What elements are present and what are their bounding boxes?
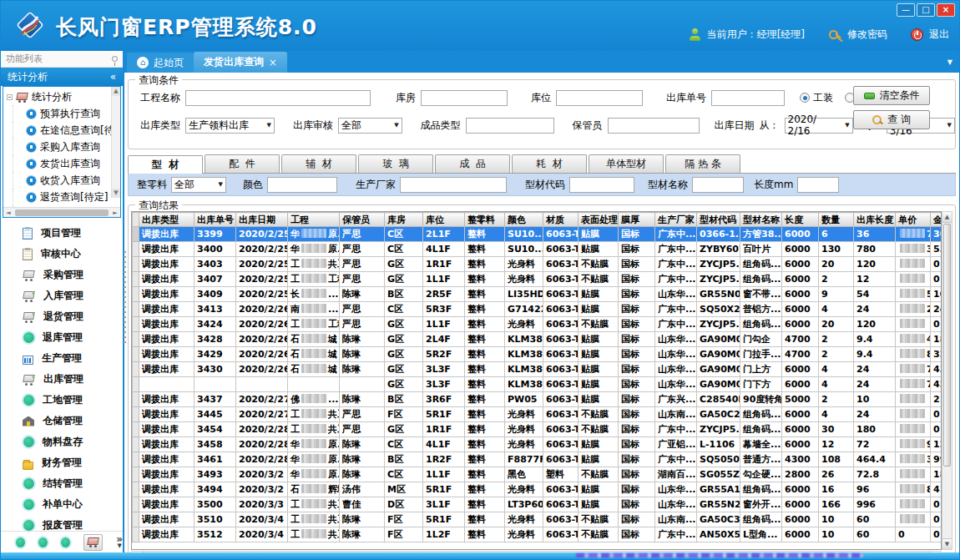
scroll-down-icon[interactable]: ▼	[112, 189, 120, 198]
location-input[interactable]	[556, 90, 643, 106]
material-tab[interactable]: 型 材	[128, 155, 203, 174]
search-button[interactable]: 查 询	[853, 110, 930, 129]
column-header[interactable]: 出库类型	[139, 213, 195, 227]
scrollbar-thumb[interactable]	[15, 209, 109, 216]
column-header[interactable]: 出库单号	[195, 213, 236, 227]
sidebar-item-补单中心[interactable]: 补单中心	[1, 494, 123, 515]
tree-item[interactable]: 预算执行查询	[13, 105, 120, 122]
table-row[interactable]: 调拨出库34132020/2/26南...严思C区5R3F整料G71422606…	[133, 302, 942, 317]
scroll-left-icon[interactable]: ◄	[3, 209, 13, 216]
product-type-input[interactable]	[466, 118, 554, 134]
sidebar-item-财务管理[interactable]: 财务管理	[1, 452, 123, 473]
sidebar-item-入库管理[interactable]: 入库管理	[1, 285, 123, 306]
collapse-icon[interactable]: «	[110, 71, 116, 83]
material-tab[interactable]: 耗 材	[512, 154, 587, 173]
tab-outbound-query[interactable]: 发货出库查询 ×	[194, 52, 287, 73]
table-row[interactable]: G区3L3F整料KLM38176063-T5贴膜国标山东华...GA90M09.…	[133, 377, 942, 392]
splitter-grip[interactable]	[124, 251, 126, 343]
column-header[interactable]: 出库日期	[236, 213, 288, 227]
manufacturer-input[interactable]	[400, 177, 507, 193]
tree-item[interactable]: 收货入库查询	[13, 172, 120, 189]
sidebar-item-物料盘存[interactable]: 物料盘存	[1, 431, 123, 452]
table-row[interactable]: 调拨出库35102020/3/4工共工程陈琳F区5R1F整料光身料6063-T5…	[133, 512, 942, 527]
table-row[interactable]: 调拨出库34302020/2/26石城陈琳G区3L3F整料KLM38176063…	[133, 362, 942, 377]
logout-link[interactable]: 退出	[929, 28, 949, 42]
color-input[interactable]	[267, 177, 337, 193]
table-row[interactable]: 调拨出库34282020/2/26石城陈琳G区2L4F整料KLM38176063…	[133, 332, 942, 347]
keeper-input[interactable]	[608, 118, 700, 134]
column-header[interactable]: 生产厂家	[655, 213, 697, 227]
date-from-select[interactable]: 2020/ 2/16▼	[785, 118, 853, 134]
column-header[interactable]: 保管员	[340, 213, 385, 227]
material-tab[interactable]: 成 品	[435, 154, 510, 173]
grid-vertical-scrollbar[interactable]: ▲ ▼	[942, 211, 952, 550]
tab-close-icon[interactable]: ×	[269, 57, 277, 68]
minimize-button[interactable]: —	[897, 3, 915, 17]
tree-item[interactable]: 发货出库查询	[13, 155, 120, 172]
tab-home[interactable]: ⌂ 起始页	[127, 53, 194, 73]
dot-icon[interactable]	[61, 537, 70, 547]
material-tab[interactable]: 配 件	[205, 154, 280, 173]
material-tab[interactable]: 隔 热 条	[665, 154, 740, 173]
dot-icon[interactable]	[16, 537, 25, 547]
table-row[interactable]: 调拨出库33992020/2/25华原...严思C区2L1F整料SU10...6…	[133, 227, 942, 242]
more-options-button[interactable]: »▼	[116, 536, 123, 549]
column-header[interactable]: 工程	[288, 213, 340, 227]
tree-item[interactable]: 在途信息查询[待	[13, 122, 120, 139]
sidebar-item-出库管理[interactable]: 出库管理	[1, 369, 123, 390]
sidebar-item-项目管理[interactable]: 项目管理	[1, 223, 123, 244]
table-row[interactable]: 调拨出库34242020/2/26工工程严思G区1L1F整料光身料6063-T5…	[133, 317, 942, 332]
tree-horizontal-scrollbar[interactable]: ◄ ►	[3, 207, 120, 217]
dot-icon[interactable]	[38, 537, 48, 547]
pin-icon[interactable]	[112, 56, 118, 62]
length-mm-input[interactable]	[797, 177, 839, 193]
clear-conditions-button[interactable]: 清空条件	[853, 86, 930, 105]
column-header[interactable]: 整零料	[465, 213, 505, 227]
material-tab[interactable]: 玻 璃	[358, 154, 433, 173]
material-tab[interactable]: 单体型材	[589, 154, 664, 173]
sidebar-item-采购管理[interactable]: 采购管理	[1, 265, 123, 285]
project-name-input[interactable]	[185, 90, 371, 106]
whole-part-select[interactable]: 全部▼	[171, 177, 226, 193]
table-row[interactable]: 调拨出库34002020/2/25华原...严思C区4L1F整料SU10...6…	[133, 242, 942, 257]
outbound-no-input[interactable]	[711, 90, 785, 106]
table-row[interactable]: 调拨出库34072020/2/25工工程严思G区1L1F整料光身料6063-T5…	[133, 272, 942, 287]
table-row[interactable]: 调拨出库34092020/2/25长...陈琳B区2R5F整料LI35HD606…	[133, 287, 942, 302]
maximize-button[interactable]: □	[917, 3, 935, 17]
table-row[interactable]: 调拨出库34582020/2/28华原...陈琳C区4L1F整料光身料6063-…	[133, 437, 942, 452]
scroll-right-icon[interactable]: ►	[110, 209, 120, 216]
column-header[interactable]: 数量	[819, 213, 854, 227]
column-header[interactable]: 金额	[931, 213, 942, 227]
table-row[interactable]: 调拨出库34292020/2/26石城陈琳G区5R2F整料KLM38176063…	[133, 347, 942, 362]
sidebar-item-仓储管理[interactable]: 仓储管理	[1, 411, 123, 431]
column-header[interactable]: 长度	[782, 213, 819, 227]
warehouse-input[interactable]	[421, 90, 508, 106]
table-row[interactable]: 调拨出库34032020/2/25工共工程严思G区1R1F整料光身料6063-T…	[133, 257, 942, 272]
sidebar-item-工地管理[interactable]: 工地管理	[1, 390, 123, 411]
column-header[interactable]: 颜色	[505, 213, 543, 227]
tree-item[interactable]: 退货查询[待定]	[13, 189, 120, 205]
statistics-section-header[interactable]: 统计分析 «	[1, 68, 123, 86]
column-header[interactable]: 型材名称	[740, 213, 782, 227]
column-header[interactable]: 表面处理	[579, 213, 619, 227]
profile-name-input[interactable]	[692, 177, 744, 193]
tree-item[interactable]: 采购入库查询	[13, 139, 120, 155]
sidebar-item-退库管理[interactable]: 退库管理	[1, 327, 123, 348]
sidebar-item-结转管理[interactable]: 结转管理	[1, 473, 123, 494]
sidebar-item-退货管理[interactable]: 退货管理	[1, 306, 123, 327]
table-row[interactable]: 调拨出库34612020/2/28华原...陈琳B区1R2F整料F8877FT6…	[133, 452, 942, 467]
tab-list-caret-icon[interactable]: ▼	[947, 58, 952, 66]
outbound-audit-select[interactable]: 全部▼	[338, 118, 402, 134]
column-header[interactable]: 膜厚	[619, 213, 655, 227]
column-header[interactable]: 出库长度	[854, 213, 896, 227]
tree-expander-icon[interactable]	[7, 94, 13, 100]
close-button[interactable]: ×	[937, 3, 955, 17]
table-row[interactable]: 调拨出库34372020/2/27佛...陈琳B区3R6F整料PW056063-…	[133, 392, 942, 407]
column-header[interactable]: 型材代码	[697, 213, 740, 227]
material-tab[interactable]: 辅 材	[281, 154, 356, 173]
profile-code-input[interactable]	[569, 177, 634, 193]
cart-footer-button[interactable]	[83, 534, 104, 551]
tree-vertical-scrollbar[interactable]: ▲ ▼	[111, 87, 120, 198]
radio-gongzhuang[interactable]: 工装	[800, 91, 833, 105]
scroll-up-icon[interactable]: ▲	[942, 212, 952, 223]
